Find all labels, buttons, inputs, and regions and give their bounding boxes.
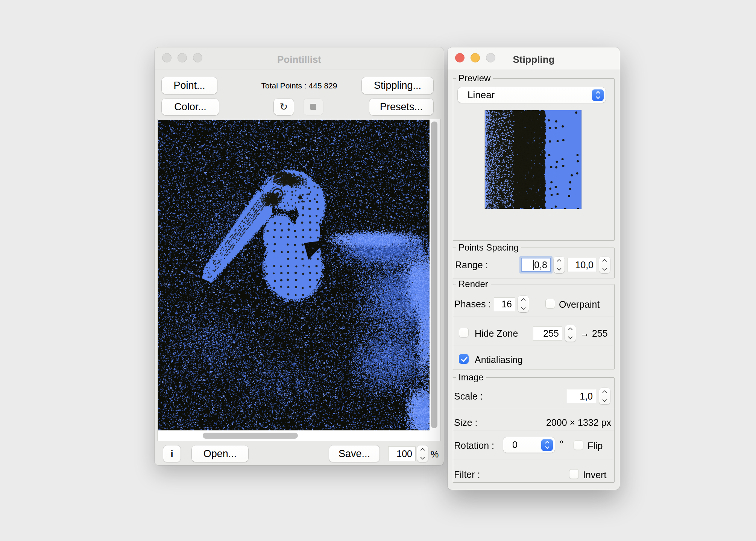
stepper-up-icon <box>420 448 425 453</box>
refresh-icon: ↻ <box>280 101 288 113</box>
size-value: 2000 × 1332 px <box>546 417 611 428</box>
preview-image-frame <box>484 110 582 209</box>
vertical-scrollbar-thumb[interactable] <box>431 122 437 428</box>
overpaint-label: Overpaint <box>559 299 600 310</box>
flip-label: Flip <box>587 441 603 451</box>
phases-value: 16 <box>501 299 512 310</box>
horizontal-scrollbar-thumb[interactable] <box>203 433 298 439</box>
scale-value: 1,0 <box>580 391 593 402</box>
divider <box>453 409 614 409</box>
antialiasing-label: Antialiasing <box>475 354 523 365</box>
info-button[interactable]: i <box>163 445 181 462</box>
render-group-label: Render <box>456 279 491 289</box>
divider <box>453 345 614 345</box>
hide-zone-suffix: → 255 <box>580 328 608 339</box>
antialiasing-checkbox[interactable] <box>459 354 469 364</box>
invert-label: Invert <box>583 470 607 480</box>
preview-gradient-canvas <box>485 110 581 209</box>
select-chevrons-icon <box>592 89 604 101</box>
preview-group-label: Preview <box>456 73 493 83</box>
range-label: Range : <box>455 260 488 270</box>
presets-button[interactable]: Presets... <box>369 99 433 115</box>
range-min-value: 0,8 <box>534 260 547 270</box>
pointillist-window: Pointillist Point... Total Points : 445 … <box>155 47 444 465</box>
stippling-button[interactable]: Stippling... <box>362 77 433 94</box>
zoom-stepper[interactable] <box>417 445 428 462</box>
points-spacing-group-label: Points Spacing <box>456 243 521 252</box>
hide-zone-input[interactable]: 255 <box>533 326 562 340</box>
divider <box>453 316 614 316</box>
divider <box>453 459 614 459</box>
range-min-input[interactable]: 0,8 <box>521 258 551 272</box>
rotation-value: 0 <box>512 439 518 450</box>
scale-label: Scale : <box>454 391 483 402</box>
stippling-titlebar[interactable]: Stippling <box>448 47 620 70</box>
flip-checkbox[interactable] <box>574 440 583 450</box>
zoom-percent-label: % <box>431 449 439 460</box>
hide-zone-label: Hide Zone <box>475 328 518 339</box>
phases-label: Phases : <box>454 299 491 310</box>
window-title: Stippling <box>448 54 620 65</box>
degree-symbol: ° <box>560 439 563 450</box>
open-button[interactable]: Open... <box>192 445 248 462</box>
preview-mode-value: Linear <box>468 89 495 101</box>
stipple-canvas <box>158 120 430 430</box>
scale-stepper[interactable] <box>599 388 610 404</box>
range-max-stepper[interactable] <box>599 257 610 273</box>
phases-input[interactable]: 16 <box>494 297 515 311</box>
stop-button[interactable] <box>304 99 323 115</box>
filter-label: Filter : <box>454 469 480 480</box>
preview-mode-select[interactable]: Linear <box>458 87 606 103</box>
size-label: Size : <box>454 417 478 428</box>
stop-icon <box>310 104 316 110</box>
select-chevrons-icon <box>541 439 553 451</box>
stepper-down-icon <box>420 455 425 460</box>
overpaint-checkbox[interactable] <box>545 299 555 308</box>
rotation-select[interactable]: 0 <box>503 437 555 453</box>
refresh-button[interactable]: ↻ <box>274 99 294 115</box>
hide-zone-stepper[interactable] <box>565 325 576 342</box>
phases-stepper[interactable] <box>518 296 529 312</box>
range-max-input[interactable]: 10,0 <box>568 258 597 272</box>
canvas-scrollview <box>157 119 441 441</box>
window-title: Pointillist <box>155 54 444 65</box>
scale-input[interactable]: 1,0 <box>567 389 596 403</box>
color-button[interactable]: Color... <box>162 99 219 115</box>
zoom-value: 100 <box>396 448 412 459</box>
divider <box>453 430 614 430</box>
range-min-stepper[interactable] <box>554 257 565 273</box>
image-group-label: Image <box>456 372 486 382</box>
pointillist-titlebar[interactable]: Pointillist <box>155 47 444 70</box>
hide-zone-value: 255 <box>543 328 559 339</box>
stippling-window: Stippling Preview Linear Points Spacing … <box>448 47 620 490</box>
invert-checkbox[interactable] <box>569 469 579 479</box>
save-button[interactable]: Save... <box>329 445 380 462</box>
range-max-value: 10,0 <box>575 260 594 270</box>
hide-zone-checkbox[interactable] <box>459 328 469 337</box>
zoom-input[interactable]: 100 <box>388 446 416 461</box>
rotation-label: Rotation : <box>454 440 494 451</box>
